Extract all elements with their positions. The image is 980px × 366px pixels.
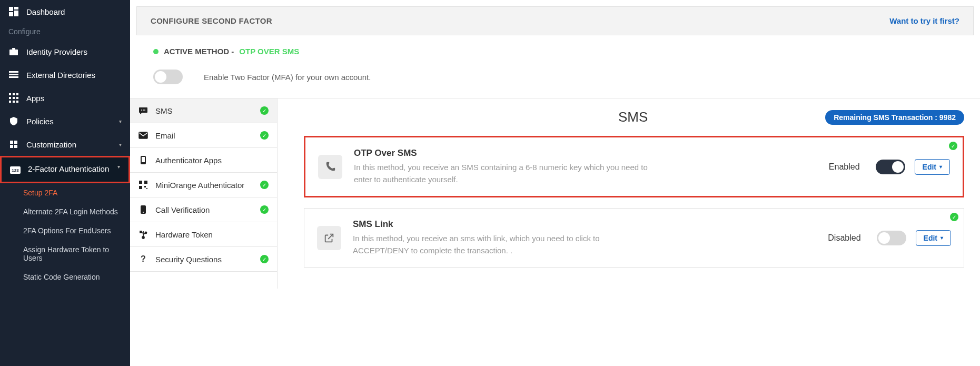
otp-123-icon: 123 [10,165,21,175]
tab-email[interactable]: Email ✓ [130,123,277,148]
svg-rect-41 [140,231,142,233]
check-icon: ✓ [950,213,958,221]
svg-rect-14 [16,97,18,99]
svg-rect-5 [12,48,15,50]
sidebar-item-label: Identity Providers [26,47,87,56]
sidebar-item-label: Customization [26,140,76,149]
card-title: OTP Over SMS [354,148,817,159]
svg-rect-12 [9,97,11,99]
sidebar-item-label: 2-Factor Authentication [28,164,109,174]
svg-rect-11 [16,93,18,95]
card-status: Enabled [829,162,860,172]
method-card-sms-link: ✓ SMS Link In this method, you receive a… [304,208,964,268]
call-icon [138,205,148,214]
svg-rect-17 [16,101,18,103]
svg-rect-3 [9,12,13,16]
svg-rect-7 [9,74,18,75]
svg-rect-34 [146,188,147,189]
otp-over-sms-toggle[interactable] [876,160,905,174]
main-panel: CONFIGURE SECOND FACTOR Want to try it f… [130,0,980,366]
tab-label: Authenticator Apps [155,156,222,165]
tab-call-verification[interactable]: Call Verification ✓ [130,197,277,222]
check-icon: ✓ [260,181,269,189]
dashboard-icon [8,6,19,17]
svg-rect-8 [9,76,18,78]
svg-rect-10 [13,93,15,95]
sidebar-item-identity-providers[interactable]: Identity Providers [0,40,130,63]
sidebar-item-dashboard[interactable]: Dashboard [0,0,130,23]
sidebar-2fa-subitems: Setup 2FA Alternate 2FA Login Methods 2F… [0,183,130,286]
svg-rect-30 [139,181,142,184]
check-icon: ✓ [260,255,269,263]
grid-icon [8,93,19,103]
svg-text:123: 123 [12,168,19,173]
header-bar: CONFIGURE SECOND FACTOR Want to try it f… [136,6,974,35]
sidebar-sub-assign-hardware[interactable]: Assign Hardware Token to Users [17,240,130,268]
card-description: In this method, you receive an sms with … [353,233,648,256]
svg-rect-21 [14,145,17,148]
enable-mfa-text: Enable Two Factor (MFA) for your own acc… [204,73,371,82]
sidebar-item-external-directories[interactable]: External Directories [0,63,130,86]
tab-hardware-token[interactable]: Hardware Token [130,222,277,247]
tab-security-questions[interactable]: ? Security Questions ✓ [130,247,277,272]
svg-rect-2 [14,11,18,16]
detail-header: SMS Remaining SMS Transaction : 9982 [304,109,964,125]
enable-mfa-toggle[interactable] [153,70,183,84]
active-method-label: ACTIVE METHOD - [164,47,234,56]
sidebar-item-policies[interactable]: Policies ▾ [0,110,130,133]
sms-icon [138,106,148,115]
sidebar-sub-alternate-methods[interactable]: Alternate 2FA Login Methods [17,202,130,221]
svg-rect-4 [9,50,18,55]
active-method-value: OTP OVER SMS [239,47,299,56]
svg-rect-6 [9,71,18,73]
tab-miniorange-authenticator[interactable]: MiniOrange Authenticator ✓ [130,173,277,197]
svg-rect-19 [14,141,17,144]
sidebar-item-2fa[interactable]: 123 2-Factor Authentication ▾ [0,156,130,183]
external-link-icon [317,226,341,250]
sidebar-item-label: Policies [26,117,54,126]
tab-label: SMS [155,106,173,115]
briefcase-icon [8,46,19,57]
question-icon: ? [138,254,148,264]
sidebar-sub-setup-2fa[interactable]: Setup 2FA [17,183,130,202]
phone-icon [138,155,148,165]
sidebar-item-label: Apps [26,94,44,103]
svg-line-43 [328,234,333,239]
svg-point-36 [143,212,144,213]
active-method-row: ACTIVE METHOD - OTP OVER SMS [130,35,980,62]
list-icon [8,70,19,80]
edit-label: Edit [924,234,937,242]
edit-otp-over-sms-button[interactable]: Edit ▾ [915,159,950,175]
sidebar-item-apps[interactable]: Apps [0,86,130,110]
svg-rect-20 [10,145,13,148]
svg-point-25 [143,110,144,111]
svg-rect-1 [14,7,18,9]
tab-sms[interactable]: SMS ✓ [130,98,277,123]
tab-label: Email [155,131,175,140]
chevron-down-icon: ▾ [119,142,122,147]
puzzle-icon [8,139,19,150]
chevron-down-icon: ▾ [941,235,943,241]
chevron-down-icon: ▾ [939,164,942,170]
tab-authenticator-apps[interactable]: Authenticator Apps [130,148,277,173]
sidebar: Dashboard Configure Identity Providers E… [0,0,130,366]
svg-rect-15 [9,101,11,103]
edit-sms-link-button[interactable]: Edit ▾ [916,230,951,246]
svg-point-24 [141,110,142,111]
remaining-sms-badge: Remaining SMS Transaction : 9982 [825,110,964,125]
sidebar-sub-options-endusers[interactable]: 2FA Options For EndUsers [17,221,130,240]
try-it-first-link[interactable]: Want to try it first? [889,16,959,25]
phone-call-icon [318,155,342,179]
method-card-otp-over-sms: ✓ OTP Over SMS In this method, you recei… [304,136,964,197]
svg-rect-9 [9,93,11,95]
content-row: SMS ✓ Email ✓ Authenticator Apps [130,98,980,289]
sidebar-sub-static-code[interactable]: Static Code Generation [17,268,130,286]
tab-label: Hardware Token [155,230,213,239]
sms-link-toggle[interactable] [877,231,906,245]
check-icon: ✓ [260,131,269,140]
detail-panel: SMS Remaining SMS Transaction : 9982 ✓ O… [278,98,980,289]
sidebar-item-customization[interactable]: Customization ▾ [0,133,130,156]
svg-rect-31 [144,181,147,184]
svg-rect-33 [144,186,146,187]
method-tabs: SMS ✓ Email ✓ Authenticator Apps [130,98,278,289]
